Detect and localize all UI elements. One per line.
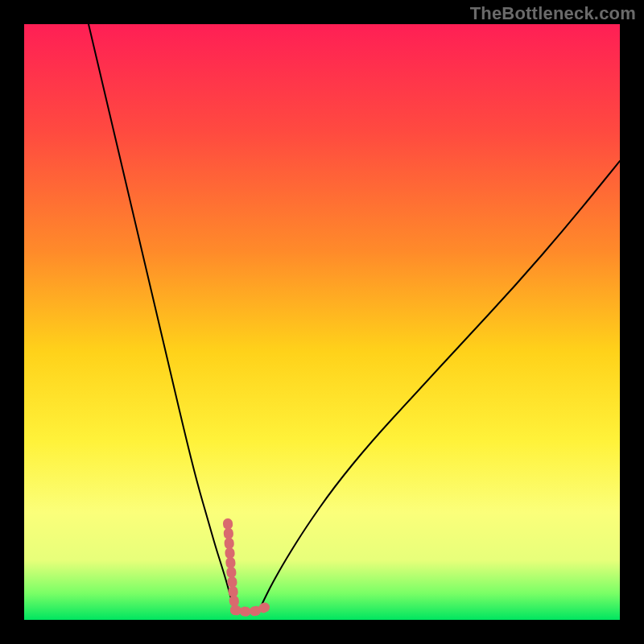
plot-area (24, 24, 620, 620)
left-curve (89, 24, 235, 610)
chart-frame: TheBottleneck.com (0, 0, 644, 644)
curves-layer (24, 24, 620, 620)
watermark-text: TheBottleneck.com (470, 3, 636, 24)
right-curve (259, 161, 620, 610)
trough-highlight-bottom (235, 607, 266, 612)
trough-highlight-left (228, 523, 235, 610)
